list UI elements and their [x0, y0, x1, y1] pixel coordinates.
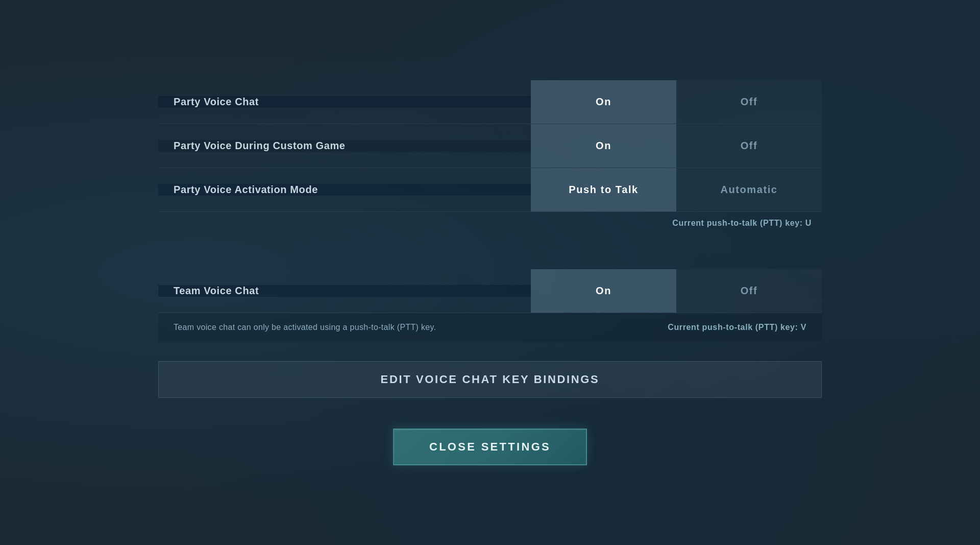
party-voice-custom-row: Party Voice During Custom Game On Off	[158, 124, 822, 168]
team-voice-chat-off-button[interactable]: Off	[676, 269, 822, 313]
party-voice-activation-options: Push to Talk Automatic	[531, 168, 822, 211]
party-voice-chat-options: On Off	[531, 80, 822, 124]
team-voice-chat-options: On Off	[531, 269, 822, 313]
team-voice-info-row: Team voice chat can only be activated us…	[158, 313, 822, 342]
party-voice-section: Party Voice Chat On Off Party Voice Duri…	[158, 80, 822, 234]
close-settings-container: CLOSE SETTINGS	[158, 429, 822, 465]
party-voice-activation-auto-button[interactable]: Automatic	[676, 168, 822, 211]
party-voice-chat-off-button[interactable]: Off	[676, 80, 822, 124]
close-settings-button[interactable]: CLOSE SETTINGS	[393, 429, 587, 465]
team-voice-chat-label: Team Voice Chat	[158, 285, 531, 297]
party-voice-activation-row: Party Voice Activation Mode Push to Talk…	[158, 168, 822, 212]
party-voice-custom-options: On Off	[531, 124, 822, 168]
team-voice-section: Team Voice Chat On Off Team voice chat c…	[158, 269, 822, 342]
section-separator	[158, 239, 822, 254]
party-voice-chat-label: Party Voice Chat	[158, 96, 531, 108]
ptt-note-team: Current push-to-talk (PTT) key: V	[668, 323, 806, 332]
party-voice-chat-row: Party Voice Chat On Off	[158, 80, 822, 124]
settings-panel: Party Voice Chat On Off Party Voice Duri…	[158, 80, 822, 465]
party-voice-activation-label: Party Voice Activation Mode	[158, 184, 531, 196]
team-voice-chat-on-button[interactable]: On	[531, 269, 676, 313]
team-voice-chat-row: Team Voice Chat On Off	[158, 269, 822, 313]
ptt-note-party-row: Current push-to-talk (PTT) key: U	[158, 212, 822, 234]
party-voice-custom-label: Party Voice During Custom Game	[158, 140, 531, 152]
party-voice-custom-on-button[interactable]: On	[531, 124, 676, 168]
team-voice-info-text: Team voice chat can only be activated us…	[174, 323, 436, 332]
edit-bindings-button[interactable]: EDIT VOICE CHAT KEY BINDINGS	[158, 361, 822, 398]
party-voice-custom-off-button[interactable]: Off	[676, 124, 822, 168]
ptt-note-party: Current push-to-talk (PTT) key: U	[672, 219, 812, 228]
party-voice-activation-ptt-button[interactable]: Push to Talk	[531, 168, 676, 211]
party-voice-chat-on-button[interactable]: On	[531, 80, 676, 124]
